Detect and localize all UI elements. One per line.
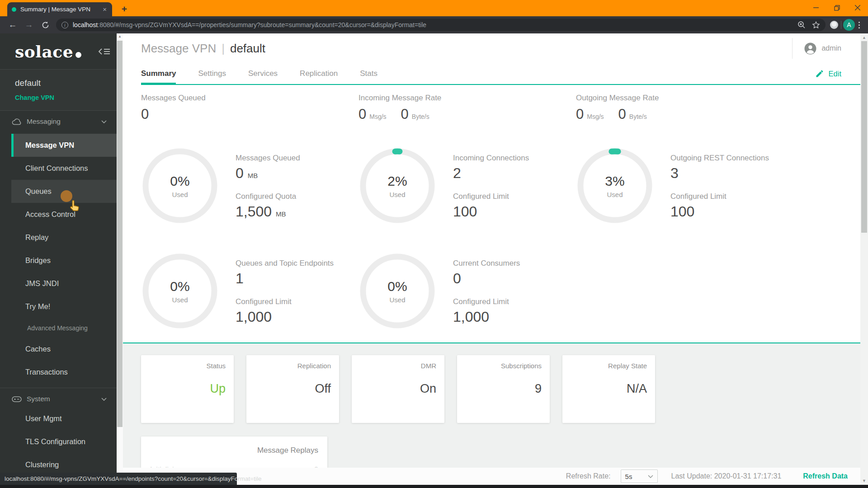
- chevron-down-icon: [101, 398, 107, 401]
- url-path: :8080/#/msg-vpns/ZGVmYXVsdA==/properties…: [98, 21, 426, 28]
- sidebar-section-messaging[interactable]: Messaging: [0, 111, 117, 130]
- status-section: Status Up Replication Off DMR On Subscri…: [123, 343, 860, 488]
- main-scrollbar-thumb[interactable]: [861, 41, 867, 233]
- metric-outgoing-rate: Outgoing Message Rate 0Msg/s 0Byte/s: [576, 94, 793, 135]
- url-bar[interactable]: i localhost :8080/#/msg-vpns/ZGVmYXVsdA=…: [56, 19, 826, 31]
- tab-close-icon[interactable]: ×: [101, 5, 108, 13]
- change-vpn-link[interactable]: Change VPN: [15, 94, 117, 101]
- extension-icon[interactable]: [829, 20, 839, 30]
- sidebar-item-caches[interactable]: Caches: [11, 338, 117, 361]
- gauges-row-2: 0%Used Queues and Topic Endpoints 1 Conf…: [123, 245, 860, 343]
- new-tab-button[interactable]: +: [118, 3, 130, 15]
- link-preview-statusbar: localhost:8080/#/msg-vpns/ZGVmYXVsdA==/e…: [0, 473, 237, 485]
- window-controls: [806, 0, 868, 15]
- gauges-row-1: 0%Used Messages Queued 0 MB Configured Q…: [123, 135, 860, 245]
- reload-button[interactable]: [38, 18, 52, 32]
- zoom-page-icon[interactable]: [797, 21, 806, 29]
- sidebar-scrollbar[interactable]: ▲ ▼: [117, 33, 123, 488]
- tab-settings[interactable]: Settings: [198, 63, 226, 84]
- gauge-ring: 0%Used: [359, 252, 436, 330]
- sidebar-item-bridges[interactable]: Bridges: [11, 249, 117, 272]
- sidebar-item-client-connections[interactable]: Client Connections: [11, 157, 117, 180]
- sidebar-item-transactions[interactable]: Transactions: [11, 361, 117, 384]
- status-tiles: Status Up Replication Off DMR On Subscri…: [123, 343, 860, 423]
- sidebar-item-message-vpn[interactable]: Message VPN: [11, 134, 117, 157]
- status-badge: Up: [210, 382, 226, 396]
- gauge-messages-queued: 0%Used Messages Queued 0 MB Configured Q…: [141, 135, 359, 245]
- screen: Summary | Message VPN × + ← → i localhos…: [0, 0, 868, 488]
- current-vpn-name: default: [15, 78, 117, 88]
- profile-avatar[interactable]: A: [843, 19, 855, 31]
- collapse-sidebar-icon[interactable]: [99, 47, 110, 56]
- page-info-icon[interactable]: i: [61, 22, 68, 28]
- minimize-button[interactable]: [806, 0, 826, 15]
- tab-summary[interactable]: Summary: [141, 63, 176, 84]
- tile-replay-state[interactable]: Replay State N/A: [562, 355, 655, 423]
- top-metrics: Messages Queued 0 Incoming Message Rate …: [123, 85, 860, 135]
- gauge-queues-endpoints: 0%Used Queues and Topic Endpoints 1 Conf…: [141, 245, 359, 343]
- refresh-rate-label: Refresh Rate:: [566, 472, 611, 480]
- sidebar-item-user-mgmt[interactable]: User Mgmt: [11, 407, 117, 430]
- hand-cursor-icon: [69, 200, 80, 213]
- gauge-ring: 3%Used: [576, 147, 654, 225]
- tile-dmr[interactable]: DMR On: [352, 355, 444, 423]
- toolbar-separator: [841, 21, 841, 29]
- scroll-up-arrow[interactable]: ▲: [117, 34, 123, 39]
- restore-button[interactable]: [826, 0, 847, 15]
- solace-logo-dot: [75, 52, 81, 58]
- gauge-ring: 2%Used: [359, 147, 436, 225]
- page-title-prefix: Message VPN: [141, 42, 216, 56]
- bookmark-star-icon[interactable]: [812, 21, 820, 29]
- user-menu[interactable]: admin: [792, 38, 860, 59]
- browser-titlebar: Summary | Message VPN × +: [0, 0, 868, 16]
- user-avatar-icon: [804, 42, 816, 55]
- gauge-ring: 0%Used: [141, 147, 219, 225]
- browser-toolbar: ← → i localhost :8080/#/msg-vpns/ZGVmYXV…: [0, 16, 868, 33]
- tile-replication[interactable]: Replication Off: [246, 355, 339, 423]
- scroll-up-arrow[interactable]: ▲: [860, 34, 868, 41]
- sidebar-item-try-me[interactable]: Try Me!: [11, 295, 117, 318]
- solace-logo: solace: [15, 42, 73, 61]
- user-name: admin: [821, 44, 841, 52]
- refresh-data-button[interactable]: Refresh Data: [803, 472, 848, 480]
- sidebar-scrollbar-thumb[interactable]: [117, 41, 123, 427]
- close-window-button[interactable]: [847, 0, 868, 15]
- favicon-icon: [12, 7, 16, 12]
- browser-menu-icon[interactable]: [855, 22, 863, 28]
- sidebar-item-jms-jndi[interactable]: JMS JNDI: [11, 272, 117, 295]
- chevron-down-icon: [648, 475, 653, 478]
- forward-button[interactable]: →: [22, 18, 36, 32]
- edit-button[interactable]: Edit: [815, 69, 841, 78]
- gauge-current-consumers: 0%Used Current Consumers 0 Configured Li…: [359, 245, 576, 343]
- tab-stats[interactable]: Stats: [360, 63, 377, 84]
- page-title: default: [230, 42, 265, 56]
- back-button[interactable]: ←: [5, 18, 20, 32]
- scroll-down-arrow[interactable]: ▼: [860, 478, 868, 484]
- main-scrollbar[interactable]: ▲ ▼: [860, 33, 868, 485]
- message-replays-title: Message Replays: [141, 436, 327, 462]
- window-bottom-edge: [0, 485, 868, 488]
- tab-services[interactable]: Services: [248, 63, 278, 84]
- metric-messages-queued: Messages Queued 0: [141, 94, 359, 135]
- gauge-incoming-connections: 2%Used Incoming Connections 2 Configured…: [359, 135, 576, 245]
- tile-subscriptions[interactable]: Subscriptions 9: [457, 355, 550, 423]
- sidebar-item-tls-configuration[interactable]: TLS Configuration: [11, 430, 117, 453]
- tile-status[interactable]: Status Up: [141, 355, 234, 423]
- sidebar-item-advanced-messaging[interactable]: Advanced Messaging: [11, 318, 117, 338]
- refresh-rate-select[interactable]: 5s: [621, 469, 658, 483]
- browser-tab[interactable]: Summary | Message VPN ×: [7, 2, 112, 16]
- tab-replication[interactable]: Replication: [300, 63, 338, 84]
- chevron-down-icon: [101, 120, 107, 123]
- metric-incoming-rate: Incoming Message Rate 0Msg/s 0Byte/s: [359, 94, 576, 135]
- pencil-icon: [815, 69, 824, 78]
- system-icon: [12, 396, 22, 402]
- tab-bar: Summary Settings Services Replication St…: [141, 63, 860, 85]
- page-title-separator: |: [222, 42, 225, 56]
- browser-tab-title: Summary | Message VPN: [20, 6, 101, 13]
- cloud-icon: [12, 118, 22, 125]
- sidebar-section-system[interactable]: System: [0, 388, 117, 407]
- sidebar-item-access-control[interactable]: Access Control: [11, 203, 117, 226]
- sidebar: solace default Change VPN Messaging Mess…: [0, 33, 117, 488]
- sidebar-item-replay[interactable]: Replay: [11, 226, 117, 249]
- gauge-ring: 0%Used: [141, 252, 219, 330]
